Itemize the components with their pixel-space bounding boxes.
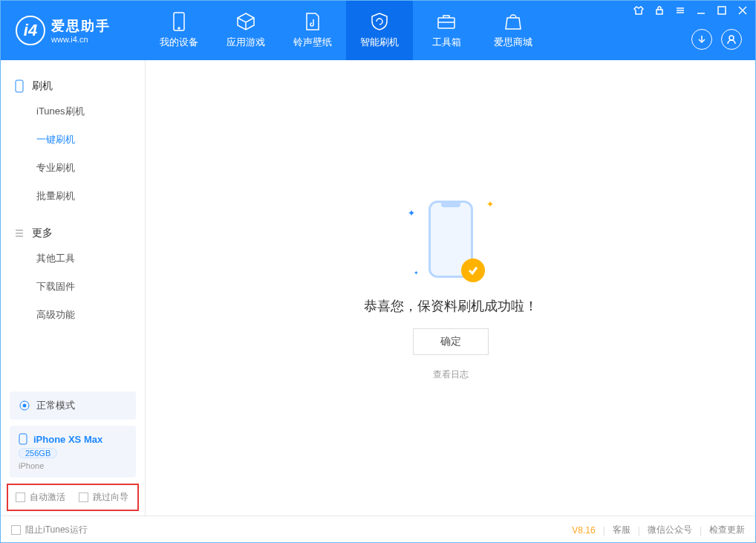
tab-label: 工具箱: [432, 36, 461, 49]
highlight-checkbox-row: 自动激活 跳过向导: [7, 484, 139, 511]
svg-rect-8: [718, 7, 726, 14]
main-content: ✦ ✦ ✦ 恭喜您，保资料刷机成功啦！ 确定 查看日志: [146, 60, 755, 516]
sidebar-item-other-tools[interactable]: 其他工具: [1, 244, 145, 273]
list-icon: [14, 228, 25, 238]
device-box[interactable]: iPhone XS Max 256GB iPhone: [10, 426, 136, 478]
header: i4 爱思助手 www.i4.cn 我的设备 应用游戏 铃声壁纸 智能刷机 工具…: [1, 1, 755, 60]
checkbox-auto-activate[interactable]: 自动激活: [16, 491, 65, 504]
bag-icon: [504, 12, 523, 31]
view-log-link[interactable]: 查看日志: [433, 368, 469, 381]
tab-label: 我的设备: [160, 36, 198, 49]
tab-toolbox[interactable]: 工具箱: [413, 1, 480, 60]
tab-label: 应用游戏: [227, 36, 265, 49]
mode-label: 正常模式: [36, 399, 75, 412]
checkbox-icon: [11, 525, 21, 535]
briefcase-icon: [437, 12, 456, 31]
svg-rect-12: [16, 80, 23, 92]
mode-icon: [19, 400, 30, 412]
header-actions: [691, 29, 742, 50]
sidebar-item-onekey-flash[interactable]: 一键刷机: [1, 126, 145, 154]
checkbox-skip-guide[interactable]: 跳过向导: [79, 491, 128, 504]
sidebar-item-pro-flash[interactable]: 专业刷机: [1, 154, 145, 182]
lock-icon[interactable]: [654, 5, 665, 16]
main-tabs: 我的设备 应用游戏 铃声壁纸 智能刷机 工具箱 爱思商城: [146, 1, 547, 60]
svg-rect-3: [656, 10, 662, 14]
sidebar-section-flash[interactable]: 刷机: [1, 75, 145, 97]
device-storage: 256GB: [19, 448, 57, 458]
status-link-support[interactable]: 客服: [613, 524, 630, 536]
device-panel: 正常模式 iPhone XS Max 256GB iPhone 自动激活 跳过向…: [1, 386, 145, 516]
tab-apps-games[interactable]: 应用游戏: [212, 1, 279, 60]
maximize-icon[interactable]: [717, 5, 727, 16]
tab-label: 铃声壁纸: [293, 36, 332, 49]
tab-my-device[interactable]: 我的设备: [146, 1, 212, 60]
ok-button[interactable]: 确定: [413, 328, 489, 355]
sidebar-item-download-firmware[interactable]: 下载固件: [1, 273, 145, 301]
download-button[interactable]: [691, 29, 712, 50]
sidebar-item-batch-flash[interactable]: 批量刷机: [1, 182, 145, 210]
logo-area[interactable]: i4 爱思助手 www.i4.cn: [1, 16, 146, 45]
music-file-icon: [303, 12, 322, 31]
checkbox-icon: [79, 492, 88, 502]
device-type: iPhone: [19, 461, 127, 470]
user-button[interactable]: [721, 29, 742, 50]
status-link-update[interactable]: 检查更新: [709, 524, 745, 536]
phone-icon: [169, 12, 189, 31]
tab-smart-flash[interactable]: 智能刷机: [346, 1, 413, 60]
success-message: 恭喜您，保资料刷机成功啦！: [364, 297, 538, 315]
status-link-wechat[interactable]: 微信公众号: [648, 524, 692, 536]
block-itunes-checkbox[interactable]: 阻止iTunes运行: [11, 524, 88, 536]
device-phone-icon: [19, 433, 27, 445]
mode-box[interactable]: 正常模式: [10, 391, 136, 420]
sidebar-item-advanced[interactable]: 高级功能: [1, 301, 145, 329]
version-label: V8.16: [572, 525, 595, 536]
tab-label: 爱思商城: [494, 36, 532, 49]
svg-rect-2: [438, 18, 454, 28]
device-name: iPhone XS Max: [33, 434, 102, 445]
minimize-icon[interactable]: [696, 5, 706, 16]
shirt-icon[interactable]: [633, 5, 644, 16]
success-illustration: ✦ ✦ ✦: [421, 195, 480, 284]
close-icon[interactable]: [737, 5, 748, 16]
cube-icon: [236, 12, 255, 31]
titlebar-controls: [633, 5, 748, 16]
svg-point-17: [23, 404, 26, 407]
sidebar: 刷机 iTunes刷机 一键刷机 专业刷机 批量刷机 更多 其他工具 下载固件 …: [1, 60, 146, 516]
check-badge-icon: [461, 259, 485, 282]
logo-icon: i4: [16, 16, 45, 45]
tab-ringtone-wallpaper[interactable]: 铃声壁纸: [279, 1, 346, 60]
app-subtitle: www.i4.cn: [51, 35, 111, 44]
svg-point-11: [729, 36, 734, 40]
svg-point-1: [178, 27, 180, 29]
tab-store[interactable]: 爱思商城: [480, 1, 547, 60]
svg-rect-18: [19, 434, 27, 444]
sidebar-item-itunes-flash[interactable]: iTunes刷机: [1, 97, 145, 126]
tab-label: 智能刷机: [360, 36, 399, 49]
phone-small-icon: [14, 79, 25, 93]
menu-icon[interactable]: [675, 5, 685, 16]
checkbox-icon: [16, 492, 25, 502]
app-title: 爱思助手: [51, 17, 111, 35]
sidebar-section-more[interactable]: 更多: [1, 222, 145, 244]
statusbar: 阻止iTunes运行 V8.16 | 客服 | 微信公众号 | 检查更新: [1, 516, 755, 543]
shield-refresh-icon: [370, 12, 389, 31]
